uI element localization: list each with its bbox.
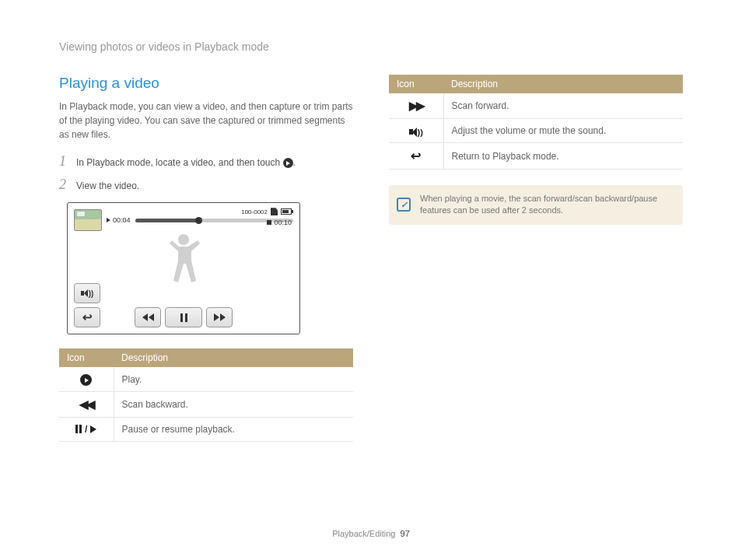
th-icon: Icon <box>389 75 443 93</box>
th-icon: Icon <box>59 348 114 367</box>
table-row: Play. <box>59 367 353 391</box>
pause-button[interactable] <box>165 307 202 327</box>
step-2-number: 2 <box>59 177 70 191</box>
footer-page-number: 97 <box>401 529 410 538</box>
video-player-screenshot: 00:04 100-0002 00:10 <box>67 202 300 334</box>
page-footer: Playback/Editing 97 <box>0 529 742 538</box>
step-2: 2 View the video. <box>59 177 353 191</box>
step-2-text: View the video. <box>76 180 139 191</box>
table-row: ◀◀ Scan backward. <box>59 392 353 418</box>
desc-cell: Adjust the volume or mute the sound. <box>443 119 683 143</box>
rewind-icon: ◀◀ <box>79 397 93 411</box>
step-1-number: 1 <box>59 154 70 168</box>
desc-cell: Play. <box>114 367 353 391</box>
icon-table-left: Icon Description Play. ◀◀ Scan backward.… <box>59 348 353 442</box>
step-1-after: . <box>293 157 296 168</box>
table-row: ↩ Return to Playback mode. <box>389 143 683 170</box>
stop-icon <box>267 220 271 225</box>
battery-icon <box>281 208 292 215</box>
duration-time: 00:10 <box>274 219 292 226</box>
table-row: )) Adjust the volume or mute the sound. <box>389 119 683 143</box>
forward-icon: ▶▶ <box>409 99 423 112</box>
play-icon <box>80 374 92 386</box>
table-row: / Pause or resume playback. <box>59 418 353 442</box>
icon-table-right: Icon Description ▶▶ Scan forward. )) Adj… <box>389 75 683 170</box>
thumbnail-icon <box>74 209 102 231</box>
footer-section: Playback/Editing <box>332 529 395 538</box>
forward-button[interactable] <box>206 307 233 327</box>
file-counter: 100-0002 <box>241 208 268 215</box>
table-row: ▶▶ Scan forward. <box>389 93 683 119</box>
elapsed-time: 00:04 <box>107 216 131 224</box>
play-circle-icon <box>283 158 293 168</box>
step-1: 1 In Playback mode, locate a video, and … <box>59 154 353 168</box>
th-desc: Description <box>443 75 683 93</box>
return-icon: ↩ <box>411 149 421 163</box>
desc-cell: Scan backward. <box>114 392 353 418</box>
rewind-button[interactable] <box>135 307 161 327</box>
sound-icon: )) <box>409 128 423 137</box>
note-box: ✓ When playing a movie, the scan forward… <box>389 185 683 225</box>
section-title: Playing a video <box>59 75 353 92</box>
page-header: Viewing photos or videos in Playback mod… <box>59 40 683 53</box>
step-1-text: In Playback mode, locate a video, and th… <box>76 157 283 168</box>
note-icon: ✓ <box>397 198 411 212</box>
desc-cell: Scan forward. <box>443 93 683 119</box>
sdcard-icon <box>271 208 278 215</box>
note-text: When playing a movie, the scan forward/s… <box>420 194 657 215</box>
intro-text: In Playback mode, you can view a video, … <box>59 100 353 142</box>
desc-cell: Pause or resume playback. <box>114 418 353 442</box>
person-silhouette-icon <box>162 234 205 306</box>
pause-play-icon: / <box>75 424 96 435</box>
volume-button[interactable]: )) <box>74 283 100 303</box>
th-desc: Description <box>114 348 353 367</box>
desc-cell: Return to Playback mode. <box>443 143 683 170</box>
return-button[interactable]: ↩ <box>74 307 100 327</box>
